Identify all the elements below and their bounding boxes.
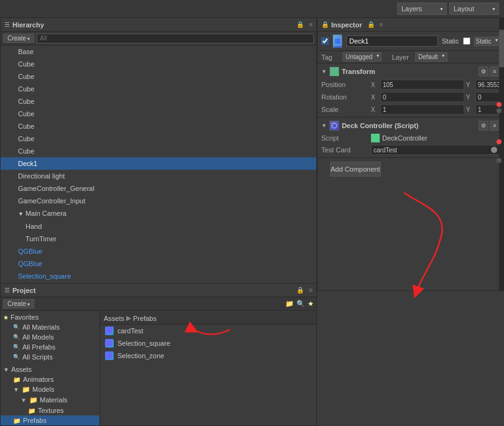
textures-folder-icon: 📁 bbox=[28, 407, 35, 414]
project-left-panel: ★ Favorites 🔍 All Materials 🔍 All Models… bbox=[1, 311, 100, 425]
project-title: Project bbox=[12, 287, 35, 294]
prefab-item-selection-square[interactable]: Selection_square bbox=[100, 337, 316, 350]
hierarchy-item-turntimer[interactable]: TurnTimer bbox=[1, 233, 316, 245]
asset-textures[interactable]: 📁 Textures bbox=[1, 405, 99, 415]
hierarchy-item-cube-4[interactable]: Cube bbox=[1, 95, 316, 108]
hierarchy-title: Hierarchy bbox=[12, 21, 44, 29]
inspector-title: Inspector bbox=[331, 21, 362, 29]
tag-label: Tag bbox=[321, 53, 339, 61]
hierarchy-item-qgblue-1[interactable]: QGBlue bbox=[1, 245, 316, 257]
position-x-input[interactable] bbox=[380, 80, 464, 90]
asset-animators[interactable]: 📁 Animators bbox=[1, 374, 99, 384]
prefab-item-selection-zone[interactable]: Selection_zone bbox=[100, 350, 316, 362]
fav-item-materials[interactable]: 🔍 All Materials bbox=[1, 322, 99, 332]
scale-label: Scale bbox=[321, 106, 371, 113]
side-dot-gray-2 bbox=[497, 158, 502, 163]
layers-label: Layers bbox=[401, 5, 422, 12]
test-card-field[interactable]: cardTest bbox=[371, 145, 500, 155]
transform-context-icon[interactable]: ≡ bbox=[490, 67, 500, 76]
static-label: Static bbox=[442, 37, 459, 45]
assets-folder-icon: ▼ bbox=[3, 366, 9, 373]
svg-rect-5 bbox=[107, 328, 112, 333]
breadcrumb-assets: Assets bbox=[104, 315, 124, 322]
prefab-item-cardtest[interactable]: cardTest bbox=[100, 325, 316, 337]
asset-models[interactable]: ▼ 📁 Models bbox=[1, 384, 99, 395]
folder-add-icon[interactable]: 📁 bbox=[285, 300, 294, 308]
fav-item-prefabs[interactable]: 🔍 All Prefabs bbox=[1, 342, 99, 352]
scale-x-label: X bbox=[371, 106, 378, 113]
hierarchy-item-cube-2[interactable]: Cube bbox=[1, 70, 316, 83]
animators-folder-icon: 📁 bbox=[13, 376, 21, 383]
script-value: DeckController bbox=[371, 134, 500, 142]
project-toolbar: Create 📁 🔍 ★ bbox=[1, 297, 316, 311]
side-dot-red-1 bbox=[497, 102, 502, 107]
add-component-button[interactable]: Add Component bbox=[330, 162, 381, 177]
hierarchy-item-cube-1[interactable]: Cube bbox=[1, 58, 316, 70]
scale-row: Scale X Y Z bbox=[318, 103, 503, 116]
inspector-scroll-thumb[interactable] bbox=[499, 30, 504, 67]
project-create-button[interactable]: Create bbox=[3, 299, 34, 308]
search-icon[interactable]: 🔍 bbox=[296, 300, 305, 308]
hierarchy-item-cube-8[interactable]: Cube bbox=[1, 145, 316, 157]
hierarchy-list: Base Cube Cube Cube Cube Cube Cube Cube … bbox=[1, 45, 316, 287]
layers-dropdown[interactable]: Layers bbox=[397, 2, 447, 15]
side-dots bbox=[494, 100, 504, 165]
test-card-label: Test Card bbox=[321, 146, 371, 154]
star-filter-icon[interactable]: ★ bbox=[308, 300, 314, 308]
star-icon: ★ bbox=[3, 314, 9, 321]
transform-collapse-arrow[interactable]: ▼ bbox=[321, 68, 327, 75]
menu-icon: ≡ bbox=[309, 21, 313, 28]
project-icon: ☰ bbox=[4, 287, 10, 294]
hierarchy-item-gamecontroller-input[interactable]: GameController_Input bbox=[1, 195, 316, 207]
side-dot-gray-1 bbox=[497, 108, 502, 113]
fav-item-scripts[interactable]: 🔍 All Scripts bbox=[1, 352, 99, 362]
fav-item-models[interactable]: 🔍 All Models bbox=[1, 332, 99, 342]
transform-settings-icon[interactable]: ⚙ bbox=[479, 67, 488, 76]
hierarchy-item-deck1[interactable]: Deck1 bbox=[1, 157, 316, 170]
static-checkbox[interactable] bbox=[463, 37, 470, 45]
hierarchy-item-qgblue-2[interactable]: QGBlue bbox=[1, 257, 316, 270]
hierarchy-item-cube-5[interactable]: Cube bbox=[1, 108, 316, 120]
layout-label: Layout bbox=[454, 5, 474, 12]
asset-prefabs[interactable]: 📁 Prefabs bbox=[1, 415, 99, 425]
object-icon bbox=[332, 34, 342, 48]
pos-y-label: Y bbox=[466, 81, 474, 88]
transform-title: Transform bbox=[342, 68, 476, 75]
hierarchy-item-hand[interactable]: Hand bbox=[1, 220, 316, 233]
selection-square-icon bbox=[105, 339, 114, 348]
project-menu-icon: ≡ bbox=[309, 287, 313, 294]
project-body: ★ Favorites 🔍 All Materials 🔍 All Models… bbox=[1, 311, 316, 425]
svg-rect-7 bbox=[107, 353, 112, 358]
hierarchy-item-selection-square[interactable]: Selection_square bbox=[1, 270, 316, 282]
object-active-checkbox[interactable] bbox=[321, 37, 329, 45]
hierarchy-item-cube-6[interactable]: Cube bbox=[1, 120, 316, 132]
hierarchy-search-input[interactable] bbox=[37, 34, 314, 44]
script-name: DeckController bbox=[382, 134, 428, 142]
hierarchy-icon: ☰ bbox=[4, 21, 10, 28]
static-dropdown[interactable]: Static ▼ bbox=[474, 37, 501, 46]
favorites-section: ★ Favorites 🔍 All Materials 🔍 All Models… bbox=[1, 312, 99, 362]
layer-select[interactable]: Default ▼ bbox=[415, 52, 447, 62]
prefabs-folder-icon: 📁 bbox=[13, 417, 21, 424]
deck-settings-icon[interactable]: ⚙ bbox=[479, 121, 488, 131]
hierarchy-item-cube-3[interactable]: Cube bbox=[1, 83, 316, 95]
hierarchy-item-cube-7[interactable]: Cube bbox=[1, 132, 316, 145]
hierarchy-item-directional-light[interactable]: Directional light bbox=[1, 170, 316, 182]
svg-rect-4 bbox=[373, 136, 378, 141]
layer-value: Default bbox=[418, 53, 438, 60]
hierarchy-item-gamecontroller-general[interactable]: GameController_General bbox=[1, 182, 316, 195]
rotation-row: Rotation X Y Z bbox=[318, 91, 503, 103]
side-dot-red-2 bbox=[497, 139, 502, 144]
hierarchy-item-base[interactable]: Base bbox=[1, 45, 316, 58]
hierarchy-create-button[interactable]: Create bbox=[3, 34, 34, 43]
deck-collapse-arrow[interactable]: ▼ bbox=[321, 123, 327, 129]
rotation-x-input[interactable] bbox=[380, 92, 464, 102]
scale-x-input[interactable] bbox=[380, 104, 464, 114]
hierarchy-item-main-camera[interactable]: ▼Main Camera bbox=[1, 207, 316, 220]
position-row: Position X Y Z bbox=[318, 78, 503, 91]
object-name-field[interactable] bbox=[346, 35, 438, 47]
tag-select[interactable]: Untagged ▼ bbox=[342, 52, 382, 62]
search-icon-models: 🔍 bbox=[13, 334, 20, 340]
layout-dropdown[interactable]: Layout bbox=[449, 2, 499, 15]
asset-materials[interactable]: ▼ 📁 Materials bbox=[1, 395, 99, 405]
